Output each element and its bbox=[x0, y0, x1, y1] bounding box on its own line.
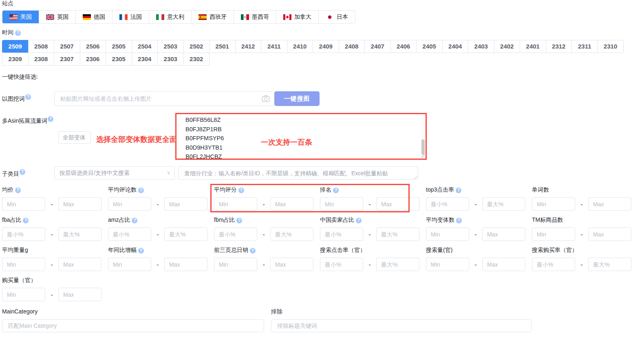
site-tab-us[interactable]: 美国 bbox=[2, 11, 39, 23]
time-option-2502[interactable]: 2502 bbox=[183, 40, 210, 53]
filter-min-input-2-2[interactable] bbox=[214, 258, 257, 271]
filter-max-input-1-4[interactable] bbox=[482, 227, 525, 241]
filter-max-input-2-3[interactable] bbox=[376, 258, 419, 271]
filter-max-input-0-0[interactable] bbox=[58, 197, 101, 211]
subcategory-resize-grip[interactable] bbox=[414, 175, 417, 179]
filter-max-input-2-0[interactable] bbox=[58, 258, 101, 271]
time-option-2504[interactable]: 2504 bbox=[132, 40, 158, 53]
filter-min-input-0-4[interactable] bbox=[426, 197, 469, 211]
time-option-2509[interactable]: 2509 bbox=[2, 40, 29, 53]
filter-min-input-1-2[interactable] bbox=[214, 227, 257, 241]
time-help-icon[interactable]: ? bbox=[15, 30, 21, 36]
time-option-2405[interactable]: 2405 bbox=[416, 40, 443, 53]
time-option-2310[interactable]: 2310 bbox=[598, 40, 624, 53]
time-option-2507[interactable]: 2507 bbox=[54, 40, 80, 53]
time-option-2308[interactable]: 2308 bbox=[28, 53, 55, 66]
filter-min-input-3-0[interactable] bbox=[2, 288, 45, 301]
filter-min-input-0-1[interactable] bbox=[108, 197, 151, 211]
filter-max-input-0-2[interactable] bbox=[270, 197, 313, 211]
time-option-2403[interactable]: 2403 bbox=[468, 40, 494, 53]
filter-max-input-0-4[interactable] bbox=[482, 197, 525, 211]
filter-min-input-0-5[interactable] bbox=[532, 197, 575, 211]
time-option-2312[interactable]: 2312 bbox=[546, 40, 572, 53]
time-option-2309[interactable]: 2309 bbox=[2, 53, 29, 66]
filter-max-input-0-5[interactable] bbox=[588, 197, 631, 211]
filter-help-icon[interactable]: ? bbox=[456, 218, 462, 223]
time-option-2404[interactable]: 2404 bbox=[442, 40, 469, 53]
filter-max-input-1-0[interactable] bbox=[58, 227, 101, 241]
site-tab-gb[interactable]: 英国 bbox=[39, 11, 75, 23]
filter-min-input-2-3[interactable] bbox=[320, 258, 363, 271]
time-option-2506[interactable]: 2506 bbox=[80, 40, 106, 53]
filter-min-input-2-4[interactable] bbox=[426, 258, 469, 271]
time-option-2311[interactable]: 2311 bbox=[571, 40, 598, 53]
subcategory-level-select[interactable]: 按层级选类目/支持中文搜索 ∨ bbox=[54, 166, 175, 180]
time-option-2411[interactable]: 2411 bbox=[261, 40, 287, 53]
filter-min-input-1-4[interactable] bbox=[426, 227, 469, 241]
image-url-input[interactable] bbox=[54, 91, 274, 106]
image-search-help-icon[interactable]: ? bbox=[25, 94, 31, 100]
filter-min-input-0-2[interactable] bbox=[214, 197, 257, 211]
filter-help-icon[interactable]: ? bbox=[23, 218, 29, 223]
filter-min-input-0-0[interactable] bbox=[2, 197, 45, 211]
filter-min-input-1-3[interactable] bbox=[320, 227, 363, 241]
filter-max-input-1-5[interactable] bbox=[588, 227, 631, 241]
filter-min-input-2-0[interactable] bbox=[2, 258, 45, 271]
site-tab-jp[interactable]: 日本 bbox=[318, 11, 355, 23]
time-option-2503[interactable]: 2503 bbox=[157, 40, 184, 53]
filter-min-input-1-0[interactable] bbox=[2, 227, 45, 241]
main-category-input[interactable] bbox=[2, 319, 264, 332]
filter-help-icon[interactable]: ? bbox=[356, 218, 362, 223]
filter-max-input-1-2[interactable] bbox=[270, 227, 313, 241]
time-option-2406[interactable]: 2406 bbox=[390, 40, 417, 53]
variant-scope-select[interactable]: 全部变体 bbox=[58, 131, 91, 144]
time-option-2401[interactable]: 2401 bbox=[520, 40, 546, 53]
site-tab-ca[interactable]: 加拿大 bbox=[276, 11, 318, 23]
time-option-2307[interactable]: 2307 bbox=[54, 53, 80, 66]
time-option-2305[interactable]: 2305 bbox=[106, 53, 132, 66]
filter-min-input-2-1[interactable] bbox=[108, 258, 151, 271]
site-tab-mx[interactable]: 墨西哥 bbox=[234, 11, 276, 23]
site-tab-fr[interactable]: 法国 bbox=[112, 11, 149, 23]
time-option-2412[interactable]: 2412 bbox=[235, 40, 262, 53]
filter-help-icon[interactable]: ? bbox=[236, 218, 242, 223]
asin-resize-grip[interactable] bbox=[421, 154, 425, 158]
time-option-2508[interactable]: 2508 bbox=[28, 40, 55, 53]
filter-help-icon[interactable]: ? bbox=[138, 188, 144, 193]
filter-max-input-1-3[interactable] bbox=[376, 227, 419, 241]
filter-help-icon[interactable]: ? bbox=[250, 248, 256, 254]
filter-max-input-2-4[interactable] bbox=[482, 258, 525, 271]
time-option-2409[interactable]: 2409 bbox=[313, 40, 339, 53]
subcategory-help-icon[interactable]: ? bbox=[20, 169, 25, 175]
image-search-button[interactable]: 一键搜图 bbox=[274, 91, 320, 106]
exclude-keywords-input[interactable] bbox=[271, 319, 532, 332]
filter-max-input-2-5[interactable] bbox=[588, 258, 631, 271]
time-option-2302[interactable]: 2302 bbox=[183, 53, 210, 66]
site-tab-it[interactable]: 意大利 bbox=[149, 11, 191, 23]
time-option-2304[interactable]: 2304 bbox=[132, 53, 158, 66]
filter-max-input-0-1[interactable] bbox=[164, 197, 207, 211]
filter-max-input-2-2[interactable] bbox=[270, 258, 313, 271]
time-option-2505[interactable]: 2505 bbox=[106, 40, 132, 53]
filter-min-input-1-1[interactable] bbox=[108, 227, 151, 241]
filter-help-icon[interactable]: ? bbox=[15, 188, 21, 193]
filter-help-icon[interactable]: ? bbox=[238, 188, 244, 193]
filter-min-input-2-5[interactable] bbox=[532, 258, 575, 271]
asin-list-textarea[interactable]: B0FFB56L8Z B0FJ8ZP1RB B0FPFMSYP6 B0D9H3Y… bbox=[176, 114, 426, 159]
time-option-2407[interactable]: 2407 bbox=[364, 40, 391, 53]
time-option-2408[interactable]: 2408 bbox=[339, 40, 365, 53]
filter-help-icon[interactable]: ? bbox=[333, 188, 339, 193]
time-option-2410[interactable]: 2410 bbox=[287, 40, 313, 53]
site-tab-es[interactable]: 西班牙 bbox=[191, 11, 234, 23]
camera-icon[interactable] bbox=[261, 94, 270, 104]
filter-max-input-0-3[interactable] bbox=[376, 197, 419, 211]
multi-asin-help-icon[interactable]: ? bbox=[48, 116, 53, 122]
filter-min-input-1-5[interactable] bbox=[532, 227, 575, 241]
time-option-2306[interactable]: 2306 bbox=[80, 53, 106, 66]
site-tab-de[interactable]: 德国 bbox=[75, 11, 112, 23]
filter-help-icon[interactable]: ? bbox=[456, 188, 461, 193]
filter-help-icon[interactable]: ? bbox=[132, 218, 137, 223]
subcategory-search-input[interactable] bbox=[178, 166, 418, 180]
time-option-2501[interactable]: 2501 bbox=[209, 40, 236, 53]
filter-max-input-3-0[interactable] bbox=[58, 288, 101, 301]
